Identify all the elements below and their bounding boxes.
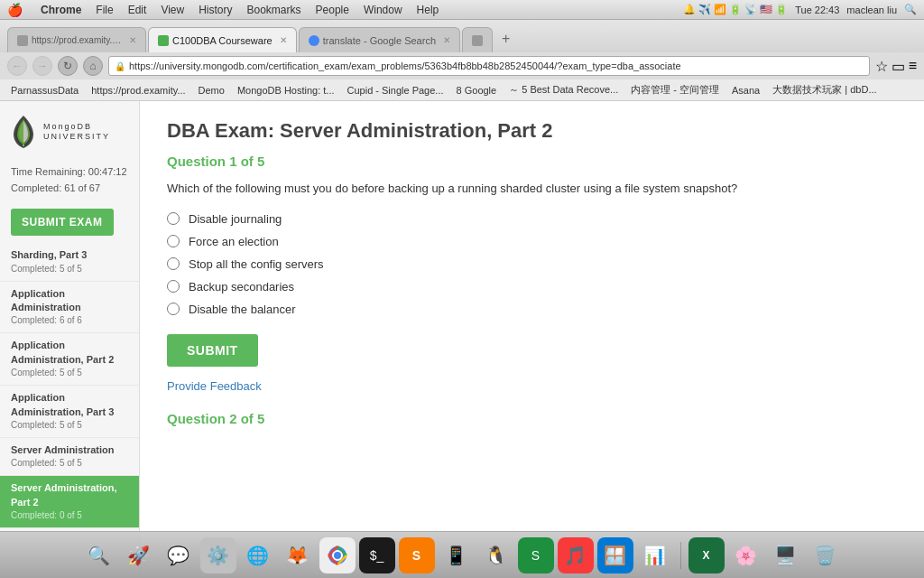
question2-header: Question 2 of 5 [167, 411, 897, 426]
answer-option-3[interactable]: Stop all the config servers [167, 257, 897, 271]
sidebar-item-sub-appadmin2: Completed: 5 of 5 [11, 367, 128, 379]
dock-messages[interactable]: 💬 [161, 537, 197, 573]
bookmark-asana[interactable]: Asana [728, 84, 763, 97]
username: maclean liu [846, 5, 897, 15]
dock-music[interactable]: 🎵 [558, 537, 594, 573]
exam-title: DBA Exam: Server Administration, Part 2 [167, 119, 897, 143]
answer-option-1[interactable]: Disable journaling [167, 212, 897, 226]
bookmark-demo[interactable]: Demo [195, 84, 228, 97]
dock-qq[interactable]: 🐧 [478, 537, 514, 573]
bookmark-parnassus[interactable]: ParnassusData [7, 84, 82, 97]
tab-favicon-translate [309, 35, 319, 46]
answer-label-1: Disable journaling [189, 212, 282, 226]
sidebar-item-sub-serveradmin: Completed: 5 of 5 [11, 457, 128, 470]
menu-file[interactable]: File [96, 4, 113, 16]
sidebar-item-sub-appadmin: Completed: 6 of 6 [11, 314, 128, 327]
sidebar-item-title-appadmin: Application Administration [11, 287, 128, 315]
answer-option-5[interactable]: Disable the balancer [167, 303, 897, 316]
url-text[interactable]: https://university.mongodb.com/certifica… [129, 61, 864, 71]
forward-button[interactable]: → [32, 56, 52, 76]
menu-history[interactable]: History [199, 4, 232, 16]
tab-empty[interactable] [462, 27, 493, 52]
search-icon[interactable]: 🔍 [904, 4, 917, 15]
bookmark-content-mgmt[interactable]: 内容管理 - 空间管理 [627, 82, 723, 98]
tab-examity-close[interactable]: ✕ [129, 35, 136, 45]
menu-window[interactable]: Window [364, 4, 402, 16]
new-tab-button[interactable]: + [494, 31, 517, 47]
sidebar-item-appadmin3[interactable]: Application Administration, Part 3 Compl… [0, 386, 139, 438]
sidebar-item-title-appadmin3: Application Administration, Part 3 [11, 391, 128, 419]
sidebar-item-appadmin2[interactable]: Application Administration, Part 2 Compl… [0, 333, 139, 386]
tab-translate-label: translate - Google Search [323, 35, 436, 46]
dock-windows[interactable]: 🪟 [597, 537, 633, 573]
dock-launchpad[interactable]: 🚀 [121, 537, 157, 573]
dock-excel[interactable]: X [688, 537, 725, 573]
bookmark-mongodb[interactable]: MongoDB Hosting: t... [234, 84, 338, 97]
radio-opt5[interactable] [167, 303, 180, 315]
radio-opt3[interactable] [167, 257, 180, 270]
sidebar-item-sub-serveradmin2: Completed: 0 of 5 [11, 509, 128, 522]
mongodb-logo-icon [11, 116, 36, 148]
sidebar-item-serveradmin[interactable]: Server Administration Completed: 5 of 5 [0, 438, 139, 476]
menu-people[interactable]: People [316, 4, 349, 16]
answer-option-2[interactable]: Force an election [167, 235, 897, 248]
back-button[interactable]: ← [7, 56, 27, 76]
dock: 🔍 🚀 💬 ⚙️ 🌐 🦊 $_ S 📱 🐧 S 🎵 🪟 📊 X 🌸 🖥️ 🗑️ [0, 531, 924, 578]
answer-label-2: Force an election [189, 235, 279, 248]
dock-sublime2[interactable]: S [518, 537, 554, 573]
tab-courseware-close[interactable]: ✕ [280, 35, 287, 45]
radio-opt4[interactable] [167, 280, 180, 293]
dock-chrome[interactable] [319, 537, 356, 573]
bookmark-cupid[interactable]: Cupid - Single Page... [344, 84, 448, 97]
star-icon[interactable]: ☆ [875, 58, 888, 75]
bookmark-google[interactable]: 8 Google [453, 84, 501, 97]
dock-app9[interactable]: 📱 [439, 537, 475, 573]
menu-edit[interactable]: Edit [128, 4, 147, 16]
apple-menu-icon[interactable]: 🍎 [7, 3, 23, 17]
menu-bookmarks[interactable]: Bookmarks [247, 4, 301, 16]
tab-courseware[interactable]: C100DBA Courseware ✕ [148, 27, 297, 52]
dock-app15[interactable]: 📊 [637, 537, 673, 573]
answer-option-4[interactable]: Backup secondaries [167, 280, 897, 294]
radio-opt2[interactable] [167, 235, 180, 247]
feedback-link[interactable]: Provide Feedback [167, 379, 897, 393]
sidebar-item-serveradmin2[interactable]: Server Administration, Part 2 Completed:… [0, 476, 139, 528]
bookmark-data-recovery[interactable]: ～ 5 Best Data Recove... [505, 82, 622, 98]
menu-view[interactable]: View [161, 4, 184, 16]
menu-icon[interactable]: ≡ [909, 58, 917, 74]
submit-question-button[interactable]: SUBMIT [167, 334, 258, 367]
dock-finder[interactable]: 🔍 [81, 537, 117, 573]
lock-icon: 🔒 [115, 61, 125, 71]
tab-examity[interactable]: https://prod.examity.com/... ✕ [7, 27, 146, 52]
sidebar-item-title-appadmin2: Application Administration, Part 2 [11, 339, 128, 367]
dock-sublime[interactable]: S [399, 537, 435, 573]
bookmark-examity[interactable]: https://prod.examity... [88, 84, 189, 97]
app-name[interactable]: Chrome [41, 4, 81, 16]
dock-monitor[interactable]: 🖥️ [768, 537, 804, 573]
address-bar[interactable]: 🔒 https://university.mongodb.com/certifi… [108, 56, 870, 76]
dock-system-prefs[interactable]: ⚙️ [200, 537, 236, 573]
reload-button[interactable]: ↻ [58, 56, 78, 76]
sidebar-item-title-serveradmin2: Server Administration, Part 2 [11, 481, 128, 509]
cast-icon[interactable]: ▭ [892, 58, 905, 75]
sidebar-item-sharding3[interactable]: Sharding, Part 3 Completed: 5 of 5 [0, 243, 139, 281]
dock-flowers[interactable]: 🌸 [728, 537, 764, 573]
answer-label-3: Stop all the config servers [189, 257, 324, 271]
tab-translate[interactable]: translate - Google Search ✕ [299, 27, 460, 52]
notification-icons: 🔔 ✈️ 📶 🔋 📡 🇺🇸 🔋 [683, 4, 788, 15]
radio-opt1[interactable] [167, 212, 180, 225]
mongodb-text: MongoDB UNIVERSITY [43, 122, 110, 142]
menu-help[interactable]: Help [417, 4, 439, 16]
dock-terminal[interactable]: $_ [359, 537, 395, 573]
mongodb-logo: MongoDB UNIVERSITY [0, 108, 139, 159]
dock-safari[interactable]: 🌐 [240, 537, 276, 573]
tab-courseware-label: C100DBA Courseware [172, 35, 273, 46]
submit-exam-button[interactable]: SUBMIT EXAM [11, 209, 114, 236]
sidebar-item-appadmin[interactable]: Application Administration Completed: 6 … [0, 282, 139, 334]
bookmark-bigdata[interactable]: 大数据技术玩家 | dbD... [769, 82, 880, 98]
toolbar-icons: ☆ ▭ ≡ [875, 58, 917, 75]
tab-translate-close[interactable]: ✕ [443, 35, 450, 45]
home-button[interactable]: ⌂ [83, 56, 103, 76]
dock-firefox[interactable]: 🦊 [280, 537, 316, 573]
dock-trash[interactable]: 🗑️ [808, 537, 844, 573]
